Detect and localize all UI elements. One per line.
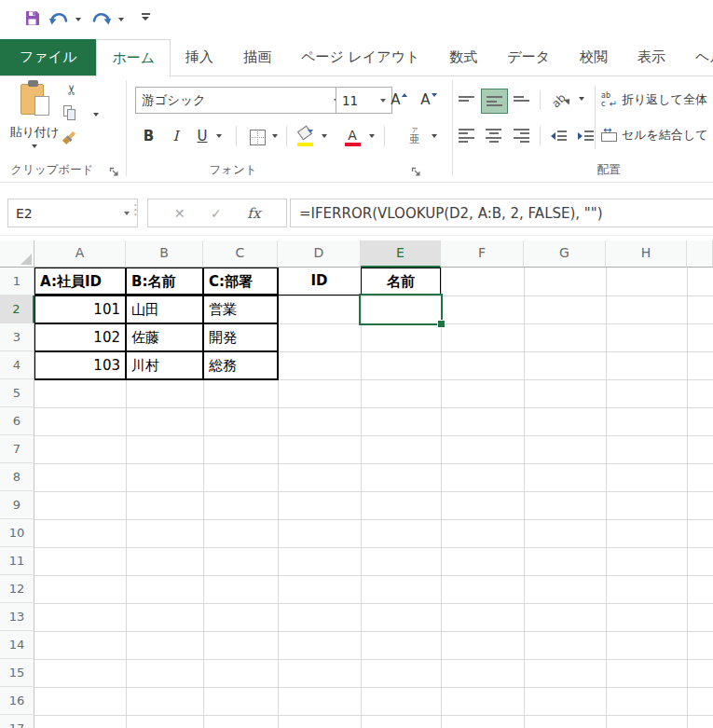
- align-center-button[interactable]: [481, 124, 506, 147]
- cut-button[interactable]: ✂: [62, 80, 82, 99]
- align-left-icon: [459, 129, 474, 144]
- row-header-7[interactable]: 7: [0, 435, 34, 463]
- font-color-dropdown-chevron-icon[interactable]: [369, 134, 375, 138]
- cell-E1[interactable]: 名前: [361, 268, 441, 295]
- tab-file[interactable]: ファイル: [0, 39, 96, 76]
- copy-button[interactable]: [63, 105, 77, 121]
- bold-button[interactable]: B: [137, 125, 160, 147]
- column-header-C[interactable]: C: [203, 240, 278, 268]
- orientation-dropdown-chevron-icon[interactable]: [579, 97, 584, 101]
- redo-dropdown-chevron-icon[interactable]: [118, 18, 124, 21]
- phonetic-dropdown-chevron-icon[interactable]: [432, 134, 437, 138]
- row-header-16[interactable]: 16: [0, 687, 34, 715]
- column-header-H[interactable]: H: [606, 240, 687, 268]
- tab-help[interactable]: ヘルプ: [680, 39, 713, 76]
- align-top-button[interactable]: [454, 89, 479, 112]
- row-header-8[interactable]: 8: [0, 463, 34, 491]
- merge-center-button[interactable]: ↔ セルを結合して: [601, 123, 713, 147]
- font-color-button[interactable]: A: [341, 124, 363, 148]
- column-header-partial[interactable]: [687, 240, 713, 268]
- underline-dropdown-chevron-icon[interactable]: [216, 134, 222, 138]
- decrease-indent-icon: [557, 130, 567, 141]
- name-box[interactable]: E2: [7, 199, 138, 227]
- tab-home[interactable]: ホーム: [96, 39, 171, 76]
- row-header-10[interactable]: 10: [0, 519, 34, 547]
- select-all-corner[interactable]: [0, 240, 34, 268]
- column-header-E[interactable]: E: [361, 240, 441, 268]
- font-name-select[interactable]: 游ゴシック: [135, 87, 346, 114]
- tab-view[interactable]: 表示: [623, 39, 680, 76]
- align-middle-button[interactable]: [481, 89, 508, 114]
- wrap-text-button[interactable]: ab c ↵ 折り返して全体: [601, 88, 713, 112]
- copy-dropdown-chevron-icon[interactable]: [93, 113, 99, 117]
- row-header-11[interactable]: 11: [0, 547, 34, 575]
- save-button[interactable]: [24, 10, 40, 30]
- increase-indent-button[interactable]: [573, 124, 598, 147]
- row-header-3[interactable]: 3: [0, 323, 34, 351]
- row-header-2[interactable]: 2: [0, 295, 34, 323]
- cell-D1[interactable]: ID: [278, 268, 361, 295]
- font-size-select[interactable]: 11: [336, 87, 392, 114]
- redo-button[interactable]: [91, 11, 112, 31]
- column-header-G[interactable]: G: [524, 240, 606, 268]
- tab-review[interactable]: 校閲: [565, 39, 623, 76]
- enter-button[interactable]: ✓: [211, 206, 222, 221]
- row-header-1[interactable]: 1: [0, 268, 34, 295]
- fill-color-bucket-icon: [297, 126, 313, 146]
- formula-bar-row: E2 ⋮ ✕ ✓ fx =IFERROR(VLOOKUP(D2, A:B, 2,…: [0, 183, 713, 240]
- row-header-5[interactable]: 5: [0, 379, 34, 407]
- tab-formulas[interactable]: 数式: [434, 39, 492, 76]
- align-bottom-button[interactable]: [509, 89, 534, 112]
- row-header-9[interactable]: 9: [0, 491, 34, 519]
- row-header-13[interactable]: 13: [0, 603, 34, 631]
- row-header-14[interactable]: 14: [0, 631, 34, 659]
- gridline: [34, 575, 713, 576]
- row-header-17[interactable]: 17: [0, 715, 34, 728]
- row-header-12[interactable]: 12: [0, 575, 34, 603]
- caret-down-icon: [432, 93, 437, 97]
- ribbon: 貼り付け ✂ クリップボード 游ゴシック 11 A: [0, 76, 713, 183]
- decrease-font-size-button[interactable]: A: [416, 89, 442, 111]
- customize-qat-button[interactable]: [142, 13, 150, 21]
- column-header-A[interactable]: A: [34, 240, 126, 268]
- fill-color-button[interactable]: [293, 124, 317, 148]
- phonetic-guide-button[interactable]: ア 亜: [403, 123, 427, 149]
- underline-button[interactable]: U: [191, 125, 213, 147]
- caret-up-icon: [402, 93, 407, 97]
- tab-draw[interactable]: 描画: [228, 39, 286, 76]
- undo-dropdown-chevron-icon[interactable]: [75, 18, 81, 21]
- undo-button[interactable]: [48, 11, 69, 31]
- gridline: [34, 435, 713, 436]
- fill-color-dropdown-chevron-icon[interactable]: [322, 134, 327, 138]
- italic-button[interactable]: I: [165, 125, 186, 147]
- paste-button[interactable]: 貼り付け: [9, 79, 60, 156]
- increase-font-size-button[interactable]: A: [386, 89, 412, 111]
- spreadsheet: A:社員IDB:名前C:部署ID名前101山田営業102佐藤開発103川村総務A…: [0, 240, 713, 728]
- row-header-6[interactable]: 6: [0, 407, 34, 435]
- row-header-15[interactable]: 15: [0, 659, 34, 687]
- fill-handle[interactable]: [437, 320, 446, 328]
- tab-insert[interactable]: 挿入: [171, 39, 228, 76]
- font-dialog-launcher[interactable]: [411, 163, 421, 181]
- orientation-button[interactable]: ab: [546, 89, 576, 112]
- row-header-4[interactable]: 4: [0, 351, 34, 379]
- insert-function-button[interactable]: fx: [247, 205, 260, 222]
- merge-center-label: セルを結合して: [622, 127, 708, 144]
- cancel-button[interactable]: ✕: [174, 206, 185, 221]
- borders-button[interactable]: [244, 128, 270, 146]
- borders-dropdown-chevron-icon[interactable]: [272, 134, 278, 138]
- align-right-button[interactable]: [509, 124, 534, 147]
- font-group-label: フォント: [168, 162, 298, 178]
- column-header-F[interactable]: F: [441, 240, 524, 268]
- column-header-D[interactable]: D: [278, 240, 361, 268]
- tab-page-layout[interactable]: ページ レイアウト: [286, 39, 434, 76]
- decrease-indent-button[interactable]: [546, 124, 570, 147]
- align-left-button[interactable]: [454, 124, 479, 147]
- format-painter-button[interactable]: [62, 130, 76, 145]
- align-top-icon: [459, 96, 474, 105]
- tab-data[interactable]: データ: [492, 39, 565, 76]
- formula-input[interactable]: =IFERROR(VLOOKUP(D2, A:B, 2, FALSE), ""): [290, 199, 713, 227]
- clipboard-dialog-launcher[interactable]: [109, 163, 119, 181]
- column-header-B[interactable]: B: [126, 240, 203, 268]
- formula-text: =IFERROR(VLOOKUP(D2, A:B, 2, FALSE), ""): [299, 205, 603, 222]
